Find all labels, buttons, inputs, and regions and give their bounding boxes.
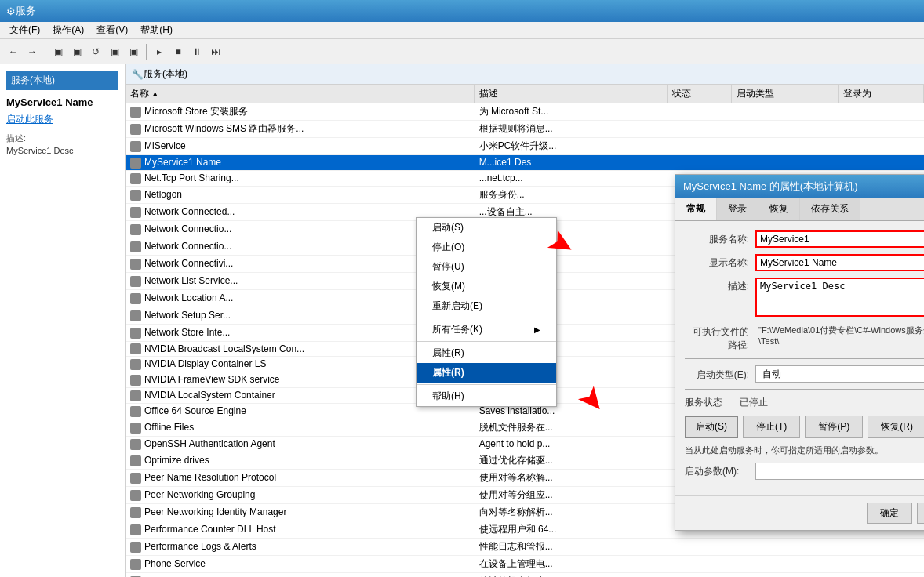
ctx-help[interactable]: 帮助(H) (417, 386, 556, 406)
exec-path-row: 可执行文件的路径: "F:\WeMedia\01付费专栏\C#-Windows服… (685, 323, 924, 352)
service-startup-cell (732, 538, 839, 555)
ctx-pause[interactable]: 暂停(U) (417, 257, 556, 277)
service-status-cell (668, 155, 732, 171)
menu-bar: 文件(F) 操作(A) 查看(V) 帮助(H) (0, 22, 924, 39)
service-status-cell (668, 555, 732, 572)
service-stop-button[interactable]: 停止(T) (743, 416, 800, 438)
dialog-title-bar: MyService1 Name 的属性(本地计算机) ✕ (675, 175, 924, 198)
toolbar-next[interactable]: ⏭ (207, 43, 224, 60)
service-desc-cell: 通过优化存储驱... (475, 452, 668, 469)
ctx-restart[interactable]: 重新启动(E) (417, 296, 556, 316)
dialog-cancel-button[interactable]: 取消 (917, 503, 924, 524)
title-bar-icon: ⚙ (6, 5, 16, 17)
divider2 (685, 389, 924, 390)
col-status[interactable]: 状态 (668, 85, 732, 103)
divider1 (685, 358, 924, 359)
startup-type-select[interactable]: 自动 手动 禁用 自动(延迟启动) (755, 365, 924, 383)
service-login-cell (839, 538, 924, 555)
exec-path-label: 可执行文件的路径: (685, 323, 755, 352)
service-status-cell (668, 138, 732, 155)
table-row[interactable]: Phone Service在设备上管理电... (126, 555, 924, 572)
toolbar-btn3[interactable]: ▣ (106, 43, 123, 60)
toolbar-btn1[interactable]: ▣ (49, 43, 67, 60)
description-input[interactable]: MyService1 Desc (755, 278, 924, 317)
display-name-label: 显示名称: (685, 254, 755, 270)
service-desc-cell: 使用对等名称解... (475, 469, 668, 486)
sidebar-desc-label: 描述: (6, 132, 118, 144)
service-name-input[interactable] (755, 230, 924, 248)
table-row[interactable]: Performance Logs & Alerts性能日志和管报... (126, 538, 924, 555)
toolbar-stop[interactable]: ■ (169, 43, 187, 60)
service-desc-cell: 根据规则将消息... (475, 121, 668, 138)
menu-view[interactable]: 查看(V) (90, 22, 134, 38)
service-name-cell: Peer Networking Identity Manager (126, 503, 475, 521)
service-name-cell: OpenSSH Authentication Agent (126, 436, 475, 452)
service-startup-cell (732, 155, 839, 171)
service-status-value: 已停止 (740, 396, 768, 409)
table-row[interactable]: Microsoft Windows SMS 路由器服务...根据规则将消息... (126, 121, 924, 138)
tab-recovery[interactable]: 恢复 (758, 198, 800, 220)
toolbar-btn2[interactable]: ▣ (68, 43, 85, 60)
title-bar-title: 服务 (16, 4, 36, 18)
service-desc-cell: 为 Microsoft St... (475, 103, 668, 121)
service-pause-button[interactable]: 暂停(P) (805, 416, 863, 438)
sidebar: 服务(本地) MyService1 Name 启动此服务 描述: MyServi… (0, 64, 126, 577)
service-status-cell (668, 538, 732, 555)
service-login-cell (839, 572, 924, 577)
ctx-stop[interactable]: 停止(O) (417, 238, 556, 257)
ctx-sep2 (417, 341, 556, 342)
title-bar: ⚙ 服务 (0, 0, 924, 22)
service-name-cell: Performance Counter DLL Host (126, 521, 475, 538)
service-start-button[interactable]: 启动(S) (685, 416, 738, 438)
col-name[interactable]: 名称 (126, 85, 475, 103)
ctx-resume[interactable]: 恢复(M) (417, 277, 556, 296)
table-row[interactable]: Plug and Play使计算机在极少... (126, 572, 924, 577)
table-row[interactable]: MiService小米PC软件升级... (126, 138, 924, 155)
sidebar-start-action[interactable]: 启动此服务 (6, 113, 118, 126)
services-area: 🔧 服务(本地) 名称 描述 状态 启动类型 登录为 Mi (126, 64, 924, 577)
properties-dialog[interactable]: MyService1 Name 的属性(本地计算机) ✕ 常规 登录 恢复 依存… (675, 174, 924, 531)
startup-params-input[interactable] (755, 463, 924, 480)
tab-general[interactable]: 常规 (675, 198, 717, 220)
service-name-cell: Performance Logs & Alerts (126, 538, 475, 555)
service-login-cell (839, 155, 924, 171)
menu-action[interactable]: 操作(A) (46, 22, 90, 38)
services-header-title: 服务(本地) (144, 67, 187, 81)
ctx-refresh[interactable]: 属性(R) (417, 343, 556, 363)
toolbar-btn4[interactable]: ▣ (125, 43, 142, 60)
ctx-properties[interactable]: 属性(R)属性(R) (417, 363, 556, 383)
table-row[interactable]: Microsoft Store 安装服务为 Microsoft St... (126, 103, 924, 121)
ctx-all-tasks[interactable]: 所有任务(K)▶ (417, 320, 556, 339)
service-desc-cell: ...net.tcp... (475, 170, 668, 186)
tab-login[interactable]: 登录 (717, 198, 758, 220)
service-startup-cell (732, 103, 839, 121)
sidebar-header: 服务(本地) (6, 71, 118, 90)
service-name-label: 服务名称: (685, 230, 755, 246)
table-row[interactable]: MyService1 NameM...ice1 Des (126, 155, 924, 171)
service-startup-cell (732, 572, 839, 577)
service-desc-cell: M...ice1 Des (475, 155, 668, 171)
menu-help[interactable]: 帮助(H) (134, 22, 179, 38)
service-login-cell (839, 103, 924, 121)
toolbar-refresh[interactable]: ↺ (87, 43, 104, 60)
col-login[interactable]: 登录为 (839, 85, 924, 103)
dialog-footer: 确定 取消 应用(A) (675, 495, 924, 530)
toolbar-forward[interactable]: → (24, 43, 41, 60)
col-startup[interactable]: 启动类型 (732, 85, 839, 103)
dialog-ok-button[interactable]: 确定 (867, 503, 912, 524)
service-name-cell: Netlogon (126, 186, 475, 203)
toolbar-play[interactable]: ▸ (151, 43, 168, 60)
toolbar-back[interactable]: ← (5, 43, 22, 60)
service-login-cell (839, 555, 924, 572)
display-name-input[interactable] (755, 254, 924, 271)
ctx-start[interactable]: 启动(S) (417, 218, 556, 238)
service-resume-button[interactable]: 恢复(R) (868, 416, 924, 438)
toolbar-pause[interactable]: ⏸ (188, 43, 206, 60)
description-label: 描述: (685, 278, 755, 293)
sidebar-service-name: MyService1 Name (6, 96, 118, 108)
service-name-cell: Phone Service (126, 555, 475, 572)
startup-params-row: 启动参数(M): (685, 463, 924, 480)
tab-dependencies[interactable]: 依存关系 (800, 198, 860, 220)
col-desc[interactable]: 描述 (475, 85, 668, 103)
menu-file[interactable]: 文件(F) (3, 22, 46, 38)
